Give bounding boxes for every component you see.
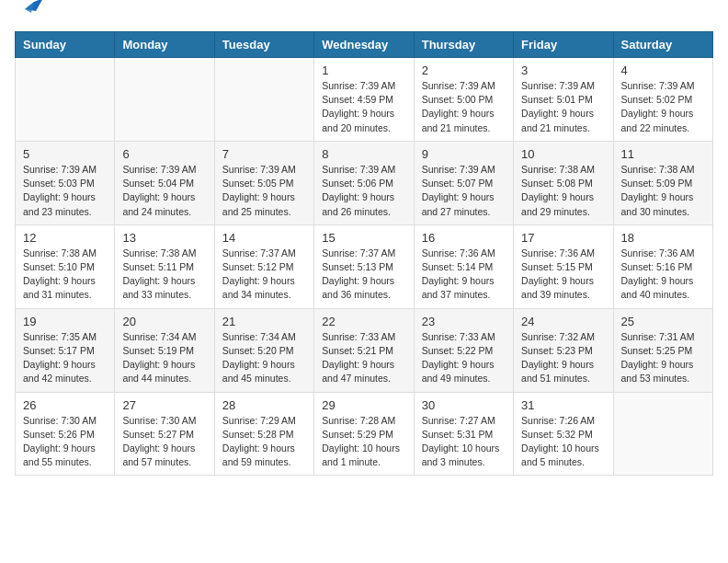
day-number: 29 [322,398,405,412]
day-info: Sunrise: 7:26 AM Sunset: 5:32 PM Dayligh… [521,414,605,470]
day-info: Sunrise: 7:39 AM Sunset: 4:59 PM Dayligh… [322,79,405,135]
calendar-cell: 27Sunrise: 7:30 AM Sunset: 5:27 PM Dayli… [115,392,214,476]
calendar-cell: 5Sunrise: 7:39 AM Sunset: 5:03 PM Daylig… [16,141,115,224]
day-info: Sunrise: 7:39 AM Sunset: 5:05 PM Dayligh… [222,163,306,219]
day-number: 18 [621,231,705,245]
day-info: Sunrise: 7:38 AM Sunset: 5:10 PM Dayligh… [23,247,107,303]
calendar-week-row: 19Sunrise: 7:35 AM Sunset: 5:17 PM Dayli… [16,308,713,392]
day-info: Sunrise: 7:31 AM Sunset: 5:25 PM Dayligh… [621,330,705,386]
calendar-header-friday: Friday [514,32,613,58]
calendar-cell [16,58,115,142]
day-number: 24 [521,315,605,328]
calendar-cell: 13Sunrise: 7:38 AM Sunset: 5:11 PM Dayli… [115,224,214,308]
calendar-cell: 30Sunrise: 7:27 AM Sunset: 5:31 PM Dayli… [414,392,513,476]
calendar-cell: 17Sunrise: 7:36 AM Sunset: 5:15 PM Dayli… [514,224,613,308]
calendar-header-tuesday: Tuesday [214,32,313,58]
calendar-cell: 21Sunrise: 7:34 AM Sunset: 5:20 PM Dayli… [214,308,313,392]
day-number: 17 [521,231,605,245]
day-info: Sunrise: 7:27 AM Sunset: 5:31 PM Dayligh… [422,414,506,470]
calendar-header-thursday: Thursday [414,32,513,58]
calendar-cell: 26Sunrise: 7:30 AM Sunset: 5:26 PM Dayli… [16,392,115,476]
calendar-cell: 29Sunrise: 7:28 AM Sunset: 5:29 PM Dayli… [314,392,414,476]
day-info: Sunrise: 7:39 AM Sunset: 5:02 PM Dayligh… [621,79,705,135]
calendar-cell: 9Sunrise: 7:39 AM Sunset: 5:07 PM Daylig… [414,141,513,224]
day-info: Sunrise: 7:39 AM Sunset: 5:01 PM Dayligh… [521,79,605,135]
day-info: Sunrise: 7:38 AM Sunset: 5:08 PM Dayligh… [521,163,605,219]
day-info: Sunrise: 7:39 AM Sunset: 5:03 PM Dayligh… [23,163,107,219]
day-info: Sunrise: 7:30 AM Sunset: 5:26 PM Dayligh… [23,414,107,470]
day-info: Sunrise: 7:37 AM Sunset: 5:13 PM Dayligh… [322,247,405,303]
day-info: Sunrise: 7:39 AM Sunset: 5:06 PM Dayligh… [322,163,405,219]
calendar-cell: 20Sunrise: 7:34 AM Sunset: 5:19 PM Dayli… [115,308,214,392]
day-info: Sunrise: 7:39 AM Sunset: 5:00 PM Dayligh… [422,79,506,135]
calendar-cell: 23Sunrise: 7:33 AM Sunset: 5:22 PM Dayli… [414,308,513,392]
calendar-week-row: 1Sunrise: 7:39 AM Sunset: 4:59 PM Daylig… [16,58,713,142]
calendar-cell [115,58,214,142]
day-info: Sunrise: 7:36 AM Sunset: 5:16 PM Dayligh… [621,247,705,303]
day-info: Sunrise: 7:30 AM Sunset: 5:27 PM Dayligh… [122,414,206,470]
calendar-cell: 11Sunrise: 7:38 AM Sunset: 5:09 PM Dayli… [613,141,712,224]
day-number: 15 [322,231,405,245]
day-info: Sunrise: 7:32 AM Sunset: 5:23 PM Dayligh… [521,330,605,386]
calendar-cell: 8Sunrise: 7:39 AM Sunset: 5:06 PM Daylig… [314,141,414,224]
day-number: 21 [222,315,306,328]
day-number: 23 [422,315,506,328]
day-number: 12 [23,231,107,245]
day-info: Sunrise: 7:38 AM Sunset: 5:09 PM Dayligh… [621,163,705,219]
day-info: Sunrise: 7:38 AM Sunset: 5:11 PM Dayligh… [122,247,206,303]
calendar-cell: 18Sunrise: 7:36 AM Sunset: 5:16 PM Dayli… [613,224,712,308]
day-number: 19 [23,315,107,328]
day-number: 11 [621,147,705,161]
calendar-cell: 25Sunrise: 7:31 AM Sunset: 5:25 PM Dayli… [613,308,712,392]
calendar-cell: 14Sunrise: 7:37 AM Sunset: 5:12 PM Dayli… [214,224,313,308]
calendar-table: SundayMondayTuesdayWednesdayThursdayFrid… [15,31,713,476]
calendar-cell: 1Sunrise: 7:39 AM Sunset: 4:59 PM Daylig… [314,58,414,142]
day-info: Sunrise: 7:28 AM Sunset: 5:29 PM Dayligh… [322,414,405,470]
calendar-cell: 31Sunrise: 7:26 AM Sunset: 5:32 PM Dayli… [514,392,613,476]
calendar-cell [613,392,712,476]
day-number: 27 [122,398,206,412]
day-number: 9 [422,147,506,161]
calendar-cell [214,58,313,142]
calendar-cell: 7Sunrise: 7:39 AM Sunset: 5:05 PM Daylig… [214,141,313,224]
calendar-cell: 16Sunrise: 7:36 AM Sunset: 5:14 PM Dayli… [414,224,513,308]
day-number: 2 [422,63,506,77]
calendar-cell: 19Sunrise: 7:35 AM Sunset: 5:17 PM Dayli… [16,308,115,392]
day-info: Sunrise: 7:34 AM Sunset: 5:20 PM Dayligh… [222,330,306,386]
calendar-week-row: 12Sunrise: 7:38 AM Sunset: 5:10 PM Dayli… [16,224,713,308]
page-header [15,15,713,20]
day-number: 1 [322,63,405,77]
day-info: Sunrise: 7:34 AM Sunset: 5:19 PM Dayligh… [122,330,206,386]
day-number: 28 [222,398,306,412]
calendar-cell: 3Sunrise: 7:39 AM Sunset: 5:01 PM Daylig… [514,58,613,142]
day-number: 6 [122,147,206,161]
day-info: Sunrise: 7:33 AM Sunset: 5:22 PM Dayligh… [422,330,506,386]
day-info: Sunrise: 7:37 AM Sunset: 5:12 PM Dayligh… [222,247,306,303]
calendar-header-wednesday: Wednesday [314,32,414,58]
day-number: 5 [23,147,107,161]
day-number: 31 [521,398,605,412]
calendar-header-monday: Monday [115,32,214,58]
day-number: 7 [222,147,306,161]
day-number: 3 [521,63,605,77]
calendar-cell: 15Sunrise: 7:37 AM Sunset: 5:13 PM Dayli… [314,224,414,308]
calendar-cell: 10Sunrise: 7:38 AM Sunset: 5:08 PM Dayli… [514,141,613,224]
day-info: Sunrise: 7:33 AM Sunset: 5:21 PM Dayligh… [322,330,405,386]
day-number: 4 [621,63,705,77]
svg-marker-1 [25,2,34,13]
calendar-week-row: 5Sunrise: 7:39 AM Sunset: 5:03 PM Daylig… [16,141,713,224]
calendar-header-row: SundayMondayTuesdayWednesdayThursdayFrid… [16,32,713,58]
calendar-week-row: 26Sunrise: 7:30 AM Sunset: 5:26 PM Dayli… [16,392,713,476]
day-info: Sunrise: 7:29 AM Sunset: 5:28 PM Dayligh… [222,414,306,470]
calendar-cell: 6Sunrise: 7:39 AM Sunset: 5:04 PM Daylig… [115,141,214,224]
calendar-header-saturday: Saturday [613,32,712,58]
day-info: Sunrise: 7:39 AM Sunset: 5:04 PM Dayligh… [122,163,206,219]
calendar-cell: 24Sunrise: 7:32 AM Sunset: 5:23 PM Dayli… [514,308,613,392]
calendar-cell: 28Sunrise: 7:29 AM Sunset: 5:28 PM Dayli… [214,392,313,476]
day-number: 16 [422,231,506,245]
day-number: 26 [23,398,107,412]
day-number: 30 [422,398,506,412]
day-number: 10 [521,147,605,161]
day-number: 22 [322,315,405,328]
day-number: 8 [322,147,405,161]
